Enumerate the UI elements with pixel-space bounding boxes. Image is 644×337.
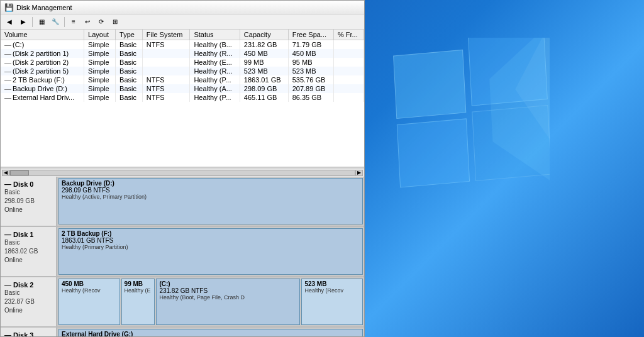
cell-capacity: 523 MB	[240, 67, 288, 75]
cell-free: 86.35 GB	[288, 93, 333, 102]
table-row[interactable]: —2 TB Backup (F:) Simple Basic NTFS Heal…	[1, 75, 364, 84]
col-layout[interactable]: Layout	[84, 30, 116, 40]
disk-row-0: — Disk 0 Basic298.09 GBOnline Backup Dri…	[1, 177, 364, 227]
cell-fs	[142, 67, 190, 75]
scroll-track[interactable]	[9, 170, 355, 176]
cell-status: Healthy (R...	[190, 49, 240, 58]
scroll-thumb[interactable]	[10, 170, 29, 175]
disk-label-2: — Disk 2 Basic232.87 GBOnline	[1, 277, 57, 326]
col-type[interactable]: Type	[116, 30, 143, 40]
window-icon: 💾	[4, 3, 14, 12]
cell-capacity: 99 MB	[240, 58, 288, 67]
disk-label-1: — Disk 1 Basic1863.02 GBOnline	[1, 227, 57, 276]
cell-pct	[333, 40, 364, 50]
disk-row-1: — Disk 1 Basic1863.02 GBOnline 2 TB Back…	[1, 227, 364, 277]
action-button[interactable]: ≡	[67, 16, 80, 28]
partition-name: 523 MB	[304, 280, 360, 287]
cell-layout: Simple	[84, 67, 116, 75]
volume-list-panel[interactable]: Volume Layout Type File System Status Ca…	[1, 30, 364, 168]
partition-name: 450 MB	[62, 280, 117, 287]
cell-pct	[333, 67, 364, 75]
cell-fs: NTFS	[142, 40, 190, 50]
cell-fs: NTFS	[142, 84, 190, 93]
view-button[interactable]: ⊞	[109, 16, 121, 28]
partition-0-0[interactable]: Backup Drive (D:) 298.09 GB NTFS Healthy…	[58, 178, 363, 224]
table-row[interactable]: —(C:) Simple Basic NTFS Healthy (B... 23…	[1, 40, 364, 50]
partition-status: Healthy (Active, Primary Partition)	[62, 194, 360, 200]
undo-button[interactable]: ↩	[81, 16, 94, 28]
cell-free: 95 MB	[288, 58, 333, 67]
cell-pct	[333, 58, 364, 67]
cell-layout: Simple	[84, 40, 116, 50]
table-row[interactable]: —(Disk 2 partition 2) Simple Basic Healt…	[1, 58, 364, 67]
cell-type: Basic	[116, 67, 143, 75]
partition-name: (C:)	[159, 280, 297, 287]
col-capacity[interactable]: Capacity	[240, 30, 288, 40]
table-row[interactable]: —(Disk 2 partition 1) Simple Basic Healt…	[1, 49, 364, 58]
refresh-button[interactable]: ⟳	[95, 16, 108, 28]
scroll-right-button[interactable]: ▶	[355, 170, 363, 176]
cell-capacity: 298.09 GB	[240, 84, 288, 93]
partition-name: Backup Drive (D:)	[62, 180, 360, 187]
cell-free: 207.89 GB	[288, 84, 333, 93]
cell-layout: Simple	[84, 58, 116, 67]
disk-label-0: — Disk 0 Basic298.09 GBOnline	[1, 177, 57, 226]
table-header-row: Volume Layout Type File System Status Ca…	[1, 30, 364, 40]
table-row[interactable]: —(Disk 2 partition 5) Simple Basic Healt…	[1, 67, 364, 75]
table-row[interactable]: —External Hard Driv... Simple Basic NTFS…	[1, 93, 364, 102]
partition-2-2[interactable]: (C:) 231.82 GB NTFS Healthy (Boot, Page …	[156, 279, 300, 325]
cell-type: Basic	[116, 75, 143, 84]
table-row[interactable]: —Backup Drive (D:) Simple Basic NTFS Hea…	[1, 84, 364, 93]
col-pct[interactable]: % Fr...	[333, 30, 364, 40]
cell-status: Healthy (E...	[190, 58, 240, 67]
partition-status: Healthy (E	[125, 287, 152, 294]
cell-type: Basic	[116, 40, 143, 50]
cell-layout: Simple	[84, 75, 116, 84]
partition-2-3[interactable]: 523 MB Healthy (Recov	[301, 279, 363, 325]
svg-rect-2	[397, 119, 469, 187]
cell-fs: NTFS	[142, 75, 190, 84]
window-title: Disk Management	[16, 4, 72, 11]
col-volume[interactable]: Volume	[1, 30, 84, 40]
cell-capacity: 465.11 GB	[240, 93, 288, 102]
cell-pct	[333, 49, 364, 58]
cell-layout: Simple	[84, 49, 116, 58]
properties-button[interactable]: 🔧	[49, 16, 62, 28]
cell-free: 535.76 GB	[288, 75, 333, 84]
partition-3-0[interactable]: External Hard Drive (G:) 465 GB NTFS	[58, 329, 363, 336]
disk-partitions-0: Backup Drive (D:) 298.09 GB NTFS Healthy…	[57, 177, 364, 226]
partition-2-1[interactable]: 99 MB Healthy (E	[121, 279, 155, 325]
partition-name: 2 TB Backup (F:)	[62, 230, 360, 237]
cell-fs	[142, 49, 190, 58]
partition-size: 231.82 GB NTFS	[159, 287, 297, 294]
disk-row-3: — Disk 3 Basic465.11 GBOnline External H…	[1, 328, 364, 336]
partition-status: Healthy (Primary Partition)	[62, 244, 360, 250]
volume-table-body: —(C:) Simple Basic NTFS Healthy (B... 23…	[1, 40, 364, 102]
col-freespace[interactable]: Free Spa...	[288, 30, 333, 40]
col-filesystem[interactable]: File System	[142, 30, 190, 40]
toolbar: ◀ ▶ ▦ 🔧 ≡ ↩ ⟳ ⊞	[1, 14, 364, 30]
back-button[interactable]: ◀	[3, 16, 16, 28]
partition-2-0[interactable]: 450 MB Healthy (Recov	[58, 279, 120, 325]
cell-fs	[142, 58, 190, 67]
forward-button[interactable]: ▶	[17, 16, 30, 28]
cell-status: Healthy (R...	[190, 67, 240, 75]
partition-status: Healthy (Recov	[304, 287, 360, 294]
cell-free: 71.79 GB	[288, 40, 333, 50]
partition-status: Healthy (Boot, Page File, Crash D	[159, 294, 297, 301]
cell-type: Basic	[116, 58, 143, 67]
scroll-left-button[interactable]: ◀	[2, 170, 9, 176]
partition-name: 99 MB	[125, 280, 152, 287]
cell-capacity: 450 MB	[240, 49, 288, 58]
col-status[interactable]: Status	[190, 30, 240, 40]
grid-button[interactable]: ▦	[35, 16, 48, 28]
disk-graphical-panel[interactable]: — Disk 0 Basic298.09 GBOnline Backup Dri…	[1, 177, 364, 336]
horizontal-scrollbar[interactable]: ◀ ▶	[1, 168, 364, 177]
cell-volume: —2 TB Backup (F:)	[1, 75, 84, 84]
cell-type: Basic	[116, 49, 143, 58]
disk-management-window: 💾 Disk Management ◀ ▶ ▦ 🔧 ≡ ↩ ⟳ ⊞ Volume…	[0, 0, 365, 337]
cell-fs: NTFS	[142, 93, 190, 102]
partition-1-0[interactable]: 2 TB Backup (F:) 1863.01 GB NTFS Healthy…	[58, 228, 363, 275]
disk-row-2: — Disk 2 Basic232.87 GBOnline 450 MB Hea…	[1, 277, 364, 328]
disk-info: Basic298.09 GBOnline	[4, 188, 52, 214]
